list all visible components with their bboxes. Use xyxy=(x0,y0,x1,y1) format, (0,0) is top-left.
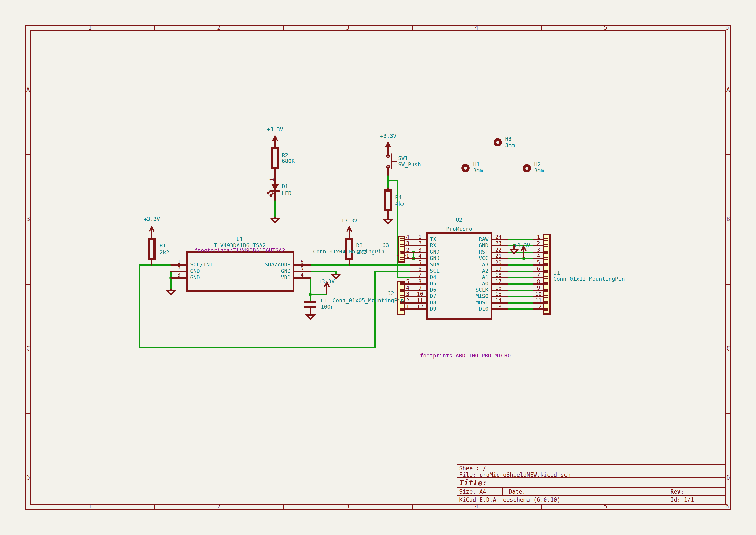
u2-pin-number: 14 xyxy=(495,297,501,303)
d1-anode-triangle xyxy=(271,184,279,191)
schematic-canvas[interactable]: 1 2 3 4 5 6 1 2 3 4 5 6 A B C D A B C D … xyxy=(0,0,756,535)
resistor-r4[interactable]: R4 4k7 xyxy=(385,188,405,210)
mounting-hole-h2[interactable]: H2 3mm xyxy=(523,161,544,174)
j1-pin-number: 8 xyxy=(537,278,540,285)
j1-pin-number: 10 xyxy=(535,291,542,297)
title-block-rev: Rev: xyxy=(670,489,684,495)
sheet-border: 1 2 3 4 5 6 1 2 3 4 5 6 A B C D A B C D xyxy=(25,24,731,510)
resistor-r1[interactable]: R1 2k2 xyxy=(149,239,169,265)
u2-pin-number: 13 xyxy=(495,304,501,310)
sw1-ref: SW1 xyxy=(398,155,408,161)
gnd-icon[interactable] xyxy=(332,274,340,279)
u2-pin-number: 11 xyxy=(417,297,423,303)
u1-pin-number: 6 xyxy=(301,259,304,265)
j2-ref: J2 xyxy=(388,290,394,296)
j3-pin-number: 1 xyxy=(406,253,409,259)
d1-ref: D1 xyxy=(282,183,288,190)
sw1-value: SW_Push xyxy=(398,161,421,168)
u1-pin-name: SDA/ADDR xyxy=(265,262,291,268)
u2-pin-number: 9 xyxy=(418,285,421,291)
r4-ref: R4 xyxy=(395,194,402,201)
j1-pin-number: 9 xyxy=(537,285,540,291)
power-3v3-label: +3.3V xyxy=(514,242,530,248)
power-3v3-icon[interactable] xyxy=(149,227,154,239)
mounting-hole-h3[interactable]: H3 3mm xyxy=(494,136,515,149)
r2-value: 680R xyxy=(282,158,295,164)
j1-pin-number: 6 xyxy=(537,266,540,272)
h3-ref: H3 xyxy=(505,136,512,142)
u2-pin-number: 20 xyxy=(495,260,501,266)
frame-row-label: B xyxy=(726,215,730,223)
symbol-u1[interactable]: U1 TLV493DA1B6HTSA2 foootprints:TLV493DA… xyxy=(171,236,310,291)
u2-pin-number: 19 xyxy=(495,266,501,272)
frame-col-label: 1 xyxy=(88,503,92,510)
j1-pin-number: 2 xyxy=(537,240,540,246)
zone-ticks xyxy=(25,25,731,509)
frame-row-label: A xyxy=(726,86,730,93)
power-3v3-label: +3.3V xyxy=(267,126,283,132)
mounting-hole-h1[interactable]: H1 3mm xyxy=(461,161,483,174)
u2-value: ProMicro xyxy=(446,226,472,232)
j3-pin-number: 3 xyxy=(406,240,409,246)
title-block-date: Date: xyxy=(509,489,526,495)
title-block-file: File: proMicroShieldNEW.kicad_sch xyxy=(459,471,571,478)
power-3v3-icon[interactable] xyxy=(347,227,352,239)
u2-pin-number: 21 xyxy=(495,253,501,259)
u2-pin-number: 18 xyxy=(495,272,501,278)
u2-pin-name: VCC xyxy=(479,255,489,261)
title-block-sheet: Sheet: / xyxy=(459,465,486,471)
c1-value: 100n xyxy=(321,304,334,310)
power-3v3-label: +3.3V xyxy=(380,133,396,139)
title-block-title: Title: xyxy=(459,478,487,487)
u2-pin-name: SCLK xyxy=(475,287,489,293)
u2-pin-number: 7 xyxy=(418,272,421,278)
u2-pin-number: 3 xyxy=(418,247,421,253)
u2-pin-name: A3 xyxy=(482,262,489,268)
connector-j2[interactable]: 5 4 3 2 1 J2 Conn_01x05_MountingPin xyxy=(333,278,411,314)
u2-pin-name: D7 xyxy=(430,293,436,299)
j1-pin-number: 1 xyxy=(537,234,540,240)
j3-value: Conn_01x04_MountingPin xyxy=(313,248,384,255)
power-3v3-icon[interactable] xyxy=(386,143,391,155)
u2-pin-name: MOSI xyxy=(475,299,489,306)
capacitor-c1[interactable]: C1 100n xyxy=(304,297,334,315)
resistor-r2[interactable]: R2 680R xyxy=(272,149,295,184)
led-d1[interactable]: 1 D1 LED xyxy=(267,178,291,200)
power-3v3-icon[interactable] xyxy=(273,136,278,149)
j3-ref: J3 xyxy=(383,242,389,248)
u1-pin-name: GND xyxy=(190,268,200,274)
u1-pin-name: GND xyxy=(190,274,200,281)
wires[interactable] xyxy=(139,175,533,347)
u2-pin-name: D10 xyxy=(479,306,489,312)
power-symbols[interactable]: +3.3V +3.3V +3.3V +3.3V +3.3V +3.3V xyxy=(144,126,530,319)
u2-pin-name: RST xyxy=(479,249,489,255)
j1-ref: J1 xyxy=(554,270,560,276)
frame-row-label: B xyxy=(26,215,30,223)
r3-ref: R3 xyxy=(356,242,363,248)
u2-pin-name: SCL xyxy=(430,268,440,274)
j1-value: Conn_01x12_MountingPin xyxy=(554,276,625,282)
u2-pin-name: A0 xyxy=(482,280,489,287)
j1-pin-number: 12 xyxy=(535,304,542,310)
u1-pin-name: VDD xyxy=(281,274,291,281)
u2-footprint: footprints:ARDUINO_PRO_MICRO xyxy=(420,352,511,359)
frame-row-label: A xyxy=(26,86,30,93)
r1-ref: R1 xyxy=(159,242,166,249)
symbol-u2[interactable]: U2 ProMicro TX RX GND GND SDA SCL D4 D5 … xyxy=(411,216,511,359)
u2-pin-number: 22 xyxy=(495,247,501,253)
title-block-generator: KiCad E.D.A. eeschema (6.0.10) xyxy=(459,496,560,503)
u1-ref: U1 xyxy=(236,236,243,242)
u1-pin-number: 4 xyxy=(301,272,304,278)
u2-pin-name: GND xyxy=(430,249,440,255)
switch-sw1[interactable]: SW1 SW_Push xyxy=(387,154,421,175)
connector-j1[interactable]: 1 2 3 4 5 6 7 8 9 10 11 12 J1 Conn_01x12… xyxy=(533,234,625,314)
u2-pin-number: 16 xyxy=(495,285,501,291)
r4-value: 4k7 xyxy=(395,201,405,207)
h2-ref: H2 xyxy=(534,161,541,168)
u2-pin-name: GND xyxy=(430,255,440,261)
title-block-id: Id: 1/1 xyxy=(670,496,694,503)
r1-value: 2k2 xyxy=(159,249,169,256)
h2-value: 3mm xyxy=(534,167,544,174)
u2-ref: U2 xyxy=(456,216,462,223)
j1-pin-number: 5 xyxy=(537,260,540,266)
